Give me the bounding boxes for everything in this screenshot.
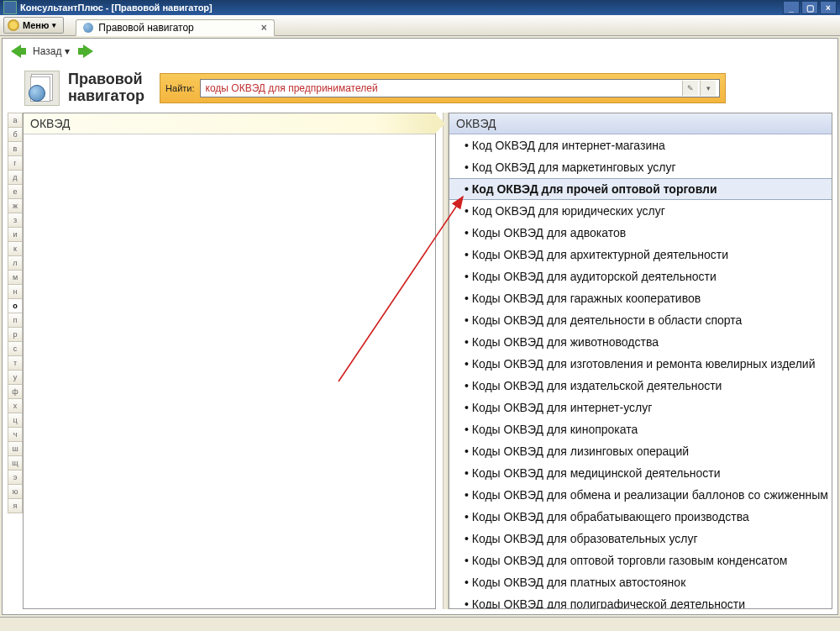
alpha-letter[interactable]: х <box>8 398 23 413</box>
alpha-letter[interactable]: и <box>8 227 23 242</box>
alpha-letter[interactable]: д <box>8 170 23 185</box>
alpha-letter[interactable]: а <box>8 113 23 128</box>
list-item[interactable]: • Код ОКВЭД для юридических услуг <box>449 200 832 222</box>
list-item[interactable]: • Коды ОКВЭД для полиграфической деятель… <box>449 593 832 608</box>
navigator-icon <box>24 71 60 106</box>
alpha-letter[interactable]: э <box>8 470 23 485</box>
list-item[interactable]: • Код ОКВЭД для прочей оптовой торговли <box>449 178 832 200</box>
list-item[interactable]: • Коды ОКВЭД для аудиторской деятельност… <box>449 266 832 287</box>
alpha-letter[interactable]: у <box>8 370 23 385</box>
list-item[interactable]: • Коды ОКВЭД для адвокатов <box>449 222 832 244</box>
nav-back-caret[interactable]: ▾ <box>65 45 70 57</box>
nav-back-label: Назад <box>33 45 61 57</box>
page-header: Правовой навигатор Найти: ✎ ▾ <box>3 64 837 113</box>
menu-label: Меню <box>23 20 49 30</box>
search-box: ✎ ▾ <box>200 79 721 97</box>
alpha-letter[interactable]: р <box>8 327 23 342</box>
alpha-letter[interactable]: ш <box>8 441 23 456</box>
panes-row: абвгдежзиклмнопрстуфхцчшщэюя ОКВЭД ОКВЭД… <box>3 113 837 614</box>
list-item[interactable]: • Коды ОКВЭД для лизинговых операций <box>449 440 832 462</box>
alpha-letter[interactable]: ч <box>8 427 23 442</box>
arrow-right-icon <box>83 45 93 58</box>
list-item[interactable]: • Коды ОКВЭД для деятельности в области … <box>449 309 832 331</box>
list-item[interactable]: • Коды ОКВЭД для кинопроката <box>449 418 832 440</box>
page-title: Правовой навигатор <box>68 71 144 105</box>
pane-splitter[interactable] <box>443 113 449 609</box>
alpha-letter[interactable]: е <box>8 184 23 199</box>
globe-icon <box>83 23 93 33</box>
left-pane-header: ОКВЭД <box>24 113 435 134</box>
nav-back-button[interactable] <box>11 45 26 58</box>
nav-forward-button[interactable] <box>78 45 93 58</box>
alpha-letter[interactable]: м <box>8 270 23 285</box>
search-input[interactable] <box>204 82 681 95</box>
alpha-letter[interactable]: з <box>8 213 23 228</box>
page-title-line1: Правовой <box>68 71 144 88</box>
alpha-letter[interactable]: ф <box>8 384 23 399</box>
window-controls: _ ▢ × <box>781 1 837 14</box>
search-label: Найти: <box>165 83 194 93</box>
search-bar: Найти: ✎ ▾ <box>160 73 726 103</box>
alpha-index: абвгдежзиклмнопрстуфхцчшщэюя <box>8 113 21 609</box>
nav-row: Назад ▾ <box>3 39 837 64</box>
page-title-line2: навигатор <box>68 88 144 105</box>
list-item[interactable]: • Коды ОКВЭД для образовательных услуг <box>449 528 832 549</box>
search-dropdown-icon[interactable]: ▾ <box>700 81 716 96</box>
alpha-letter[interactable]: г <box>8 155 23 171</box>
alpha-letter[interactable]: я <box>8 498 23 513</box>
right-pane: ОКВЭД • Код ОКВЭД для интернет-магазина•… <box>449 113 832 609</box>
caret-down-icon: ▾ <box>52 21 56 29</box>
list-item[interactable]: • Коды ОКВЭД для обмена и реализации бал… <box>449 484 832 506</box>
tab-legal-navigator[interactable]: Правовой навигатор × <box>76 19 274 36</box>
alpha-letter[interactable]: к <box>8 241 23 256</box>
alpha-letter[interactable]: т <box>8 355 23 371</box>
search-clear-icon[interactable]: ✎ <box>682 81 698 96</box>
tab-label: Правовой навигатор <box>98 22 193 34</box>
minimize-button[interactable]: _ <box>783 1 800 14</box>
tab-close-icon[interactable]: × <box>261 22 267 34</box>
list-item[interactable]: • Коды ОКВЭД для интернет-услуг <box>449 397 832 418</box>
content-frame: Назад ▾ Правовой навигатор Найти: ✎ ▾ <box>2 38 838 615</box>
arrow-left-icon <box>11 45 21 58</box>
right-pane-header: ОКВЭД <box>449 113 832 134</box>
list-item[interactable]: • Код ОКВЭД для маркетинговых услуг <box>449 156 832 178</box>
window-title: КонсультантПлюс - [Правовой навигатор] <box>20 3 213 13</box>
list-item[interactable]: • Коды ОКВЭД для медицинской деятельност… <box>449 462 832 484</box>
list-item[interactable]: • Код ОКВЭД для интернет-магазина <box>449 134 832 156</box>
close-button[interactable]: × <box>820 1 837 14</box>
menu-bar: Меню ▾ Правовой навигатор × <box>0 15 840 36</box>
list-item[interactable]: • Коды ОКВЭД для обрабатывающего произво… <box>449 506 832 528</box>
alpha-letter[interactable]: о <box>8 298 23 313</box>
alpha-letter[interactable]: с <box>8 341 23 356</box>
list-item[interactable]: • Коды ОКВЭД для архитектурной деятельно… <box>449 244 832 266</box>
right-list[interactable]: • Код ОКВЭД для интернет-магазина• Код О… <box>449 134 832 608</box>
list-item[interactable]: • Коды ОКВЭД для платных автостоянок <box>449 571 832 593</box>
alpha-letter[interactable]: ж <box>8 198 23 213</box>
status-bar <box>0 617 840 631</box>
list-item[interactable]: • Коды ОКВЭД для гаражных кооперативов <box>449 287 832 309</box>
list-item[interactable]: • Коды ОКВЭД для изготовления и ремонта … <box>449 353 832 375</box>
list-item[interactable]: • Коды ОКВЭД для оптовой торговли газовы… <box>449 549 832 571</box>
alpha-letter[interactable]: ю <box>8 484 23 499</box>
list-item[interactable]: • Коды ОКВЭД для издательской деятельнос… <box>449 375 832 397</box>
alpha-letter[interactable]: щ <box>8 455 23 471</box>
arrow-stem <box>21 48 26 55</box>
alpha-letter[interactable]: в <box>8 141 23 156</box>
alpha-letter[interactable]: б <box>8 127 23 142</box>
window-title-bar: КонсультантПлюс - [Правовой навигатор] _… <box>0 0 840 15</box>
alpha-letter[interactable]: п <box>8 313 23 328</box>
app-icon <box>3 1 17 14</box>
list-item[interactable]: • Коды ОКВЭД для животноводства <box>449 331 832 353</box>
alpha-letter[interactable]: ц <box>8 413 23 428</box>
left-pane: ОКВЭД <box>23 113 436 609</box>
main-menu-button[interactable]: Меню ▾ <box>3 17 64 34</box>
maximize-button[interactable]: ▢ <box>801 1 818 14</box>
alpha-letter[interactable]: л <box>8 255 23 271</box>
alpha-letter[interactable]: н <box>8 284 23 299</box>
star-icon <box>8 19 19 31</box>
